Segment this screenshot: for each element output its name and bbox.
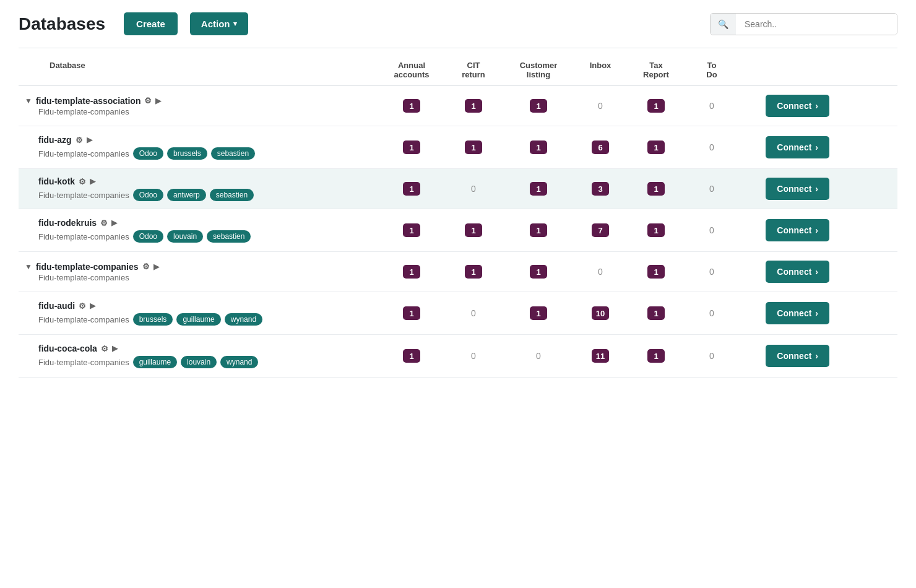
db-template-label: Fidu-template-companies xyxy=(38,232,129,241)
badge-odoo: Odoo xyxy=(133,230,163,243)
db-template: Fidu-template-companies xyxy=(25,107,129,116)
forward-arrow-icon[interactable]: ▶ xyxy=(90,301,95,310)
connect-cell: Connect › xyxy=(737,261,836,283)
page-wrapper: Databases Create Action ▾ 🔍 Database Ann… xyxy=(0,0,916,588)
forward-arrow-icon[interactable]: ▶ xyxy=(112,344,118,353)
db-name: fidu-azg xyxy=(38,135,72,145)
stat-inbox: 0 xyxy=(576,267,625,277)
db-template-label: Fidu-template-companies xyxy=(38,358,129,367)
table-header: Database Annual accounts CIT return Cust… xyxy=(19,54,897,86)
db-name-cell: ▼ fidu-template-companies ⚙ ▶ Fidu-templ… xyxy=(19,262,378,282)
stat-tax-report: 1 xyxy=(625,349,687,363)
db-group-fidu-template-association: ▼ fidu-template-association ⚙ ▶ Fidu-tem… xyxy=(19,86,897,126)
db-name: fidu-kotk xyxy=(38,176,75,186)
connect-button[interactable]: Connect › xyxy=(766,95,829,117)
connect-arrow-icon: › xyxy=(815,267,818,277)
gear-icon[interactable]: ⚙ xyxy=(76,136,83,145)
badge-sebastien: sebastien xyxy=(207,230,251,243)
forward-arrow-icon[interactable]: ▶ xyxy=(111,218,117,227)
connect-cell: Connect › xyxy=(737,136,836,158)
table-row: ▼ fidu-template-companies ⚙ ▶ Fidu-templ… xyxy=(19,252,897,292)
db-name: fidu-template-companies xyxy=(36,262,139,272)
connect-cell: Connect › xyxy=(737,345,836,367)
db-template-inline: Fidu-template-companies Odoo antwerp seb… xyxy=(25,189,254,201)
db-name-cell: fidu-coca-cola ⚙ ▶ Fidu-template-compani… xyxy=(19,344,378,368)
db-name-cell: fidu-rodekruis ⚙ ▶ Fidu-template-compani… xyxy=(19,218,378,243)
connect-arrow-icon: › xyxy=(815,308,818,318)
stat-inbox: 3 xyxy=(576,182,625,196)
connect-button[interactable]: Connect › xyxy=(766,136,829,158)
col-header-tax-report: Tax Report xyxy=(625,61,687,79)
badge-guillaume: guillaume xyxy=(133,356,177,368)
stat-customer-listing: 1 xyxy=(501,223,576,237)
connect-arrow-icon: › xyxy=(815,184,818,194)
gear-icon[interactable]: ⚙ xyxy=(142,262,150,271)
stat-tax-report: 1 xyxy=(625,141,687,154)
stat-annual-accounts: 1 xyxy=(378,265,446,279)
stat-cit-return: 0 xyxy=(446,184,501,194)
db-group-fidu-coca-cola: fidu-coca-cola ⚙ ▶ Fidu-template-compani… xyxy=(19,335,897,378)
col-header-cit-return: CIT return xyxy=(446,61,501,79)
table-row: fidu-audi ⚙ ▶ Fidu-template-companies br… xyxy=(19,292,897,334)
badge-wynand: wynand xyxy=(225,313,262,326)
connect-button[interactable]: Connect › xyxy=(766,178,829,200)
gear-icon[interactable]: ⚙ xyxy=(79,301,86,311)
gear-icon[interactable]: ⚙ xyxy=(144,96,152,105)
col-header-database: Database xyxy=(19,61,378,79)
search-wrapper: 🔍 xyxy=(710,13,897,35)
badge-brussels: brussels xyxy=(167,147,207,160)
collapse-arrow-icon[interactable]: ▼ xyxy=(25,97,32,105)
forward-arrow-icon[interactable]: ▶ xyxy=(87,136,92,144)
stat-cit-return: 0 xyxy=(446,351,501,361)
connect-cell: Connect › xyxy=(737,95,836,117)
search-icon-button[interactable]: 🔍 xyxy=(711,14,736,35)
badge-wynand: wynand xyxy=(220,356,258,368)
db-group-fidu-rodekruis: fidu-rodekruis ⚙ ▶ Fidu-template-compani… xyxy=(19,209,897,252)
badge-louvain: louvain xyxy=(181,356,217,368)
connect-cell: Connect › xyxy=(737,302,836,324)
db-group-fidu-kotk: fidu-kotk ⚙ ▶ Fidu-template-companies Od… xyxy=(19,169,897,209)
table-row: ▼ fidu-template-association ⚙ ▶ Fidu-tem… xyxy=(19,86,897,126)
connect-button[interactable]: Connect › xyxy=(766,261,829,283)
stat-customer-listing: 1 xyxy=(501,306,576,320)
stat-tax-report: 1 xyxy=(625,182,687,196)
col-header-customer-listing: Customer listing xyxy=(501,61,576,79)
forward-arrow-icon[interactable]: ▶ xyxy=(155,97,161,105)
connect-button[interactable]: Connect › xyxy=(766,345,829,367)
connect-arrow-icon: › xyxy=(815,142,818,152)
gear-icon[interactable]: ⚙ xyxy=(101,344,108,353)
search-input[interactable] xyxy=(736,14,897,35)
stat-customer-listing: 0 xyxy=(501,351,576,361)
db-template-label: Fidu-template-companies xyxy=(38,315,129,324)
db-template: Fidu-template-companies xyxy=(25,273,129,282)
stat-customer-listing: 1 xyxy=(501,141,576,154)
action-button[interactable]: Action ▾ xyxy=(190,12,249,35)
db-group-fidu-audi: fidu-audi ⚙ ▶ Fidu-template-companies br… xyxy=(19,292,897,335)
create-button[interactable]: Create xyxy=(124,12,178,35)
table-row: fidu-rodekruis ⚙ ▶ Fidu-template-compani… xyxy=(19,209,897,251)
stat-annual-accounts: 1 xyxy=(378,349,446,363)
col-header-annual-accounts: Annual accounts xyxy=(378,61,446,79)
stat-tax-report: 1 xyxy=(625,265,687,279)
col-header-to-do: To Do xyxy=(687,61,737,79)
col-header-connect xyxy=(737,61,836,79)
stat-to-do: 0 xyxy=(687,267,737,277)
gear-icon[interactable]: ⚙ xyxy=(100,218,108,228)
badge-brussels: brussels xyxy=(133,313,173,326)
stat-inbox: 6 xyxy=(576,141,625,154)
db-name: fidu-template-association xyxy=(36,96,141,106)
connect-button[interactable]: Connect › xyxy=(766,219,829,241)
gear-icon[interactable]: ⚙ xyxy=(79,177,86,186)
table-row: fidu-kotk ⚙ ▶ Fidu-template-companies Od… xyxy=(19,169,897,209)
collapse-arrow-icon[interactable]: ▼ xyxy=(25,262,32,271)
table-row: fidu-coca-cola ⚙ ▶ Fidu-template-compani… xyxy=(19,335,897,377)
db-template-inline: Fidu-template-companies brussels guillau… xyxy=(25,313,262,326)
forward-arrow-icon[interactable]: ▶ xyxy=(90,177,95,186)
header: Databases Create Action ▾ 🔍 xyxy=(19,12,897,48)
badge-sebastien: sebastien xyxy=(210,189,254,201)
connect-button[interactable]: Connect › xyxy=(766,302,829,324)
stat-cit-return: 1 xyxy=(446,141,501,154)
stat-cit-return: 1 xyxy=(446,223,501,237)
table-container: Database Annual accounts CIT return Cust… xyxy=(19,54,897,378)
forward-arrow-icon[interactable]: ▶ xyxy=(153,262,159,271)
